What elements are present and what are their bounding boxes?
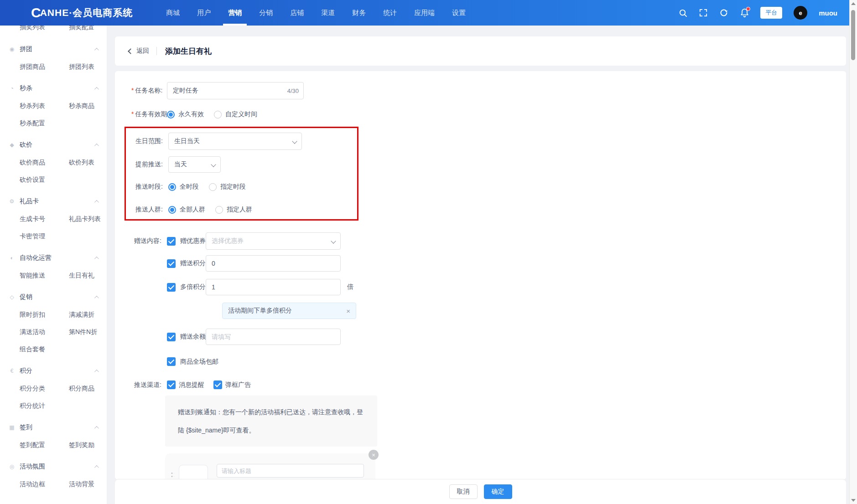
sidebar-group-flash-sale[interactable]: 秒杀 [8,84,98,93]
sidebar-item[interactable]: 卡密管理 [20,231,69,241]
balance-input[interactable] [212,333,335,340]
points-input[interactable] [212,260,335,267]
balance-checkbox-group[interactable]: 赠送余额 [167,333,206,341]
message-remind-checkbox-group[interactable]: 消息提醒 [167,381,204,389]
popup-ad-checkbox-group[interactable]: 弹框广告 [213,381,251,389]
sidebar-group-bargain[interactable]: 砍价 [8,140,98,149]
chevron-up-icon[interactable] [94,47,99,52]
sidebar-item-lottery-config[interactable]: 抽奖配置 [69,26,107,31]
back-button[interactable]: 返回 [129,47,149,55]
sidebar-item[interactable]: 限时折扣 [20,310,69,319]
sidebar-item[interactable]: 活动背景 [69,479,107,489]
sidebar-item[interactable]: 智能推送 [20,271,69,280]
avatar[interactable]: e [794,6,807,20]
sidebar-item[interactable]: 秒杀配置 [20,118,69,128]
radio-all-period[interactable]: 全时段 [168,183,199,191]
bell-icon[interactable] [740,8,749,17]
radio-selected-icon[interactable] [167,111,175,118]
radio-selected-icon[interactable] [168,206,176,214]
search-icon[interactable] [678,8,687,17]
checkbox-checked-icon[interactable] [167,259,176,268]
card-close-icon[interactable]: × [369,450,379,460]
nav-item-marketing[interactable]: 营销 [223,0,247,26]
sidebar-item[interactable]: 生成卡号 [20,214,69,223]
sidebar-group-points[interactable]: 积分 [8,366,98,375]
sidebar-item[interactable]: 秒杀列表 [20,101,69,110]
sidebar-group-groupbuy[interactable]: 拼团 [8,45,98,54]
checkbox-checked-icon[interactable] [167,237,176,246]
radio-all-crowd[interactable]: 全部人群 [168,206,205,214]
sidebar-group-gift-card[interactable]: 礼品卡 [8,197,98,206]
sidebar-item[interactable]: 组合套餐 [20,345,69,354]
sidebar-item-birthday-gift[interactable]: 生日有礼 [69,271,107,280]
sidebar-item[interactable]: 砍价列表 [69,158,107,167]
cancel-button[interactable]: 取消 [449,484,478,499]
chevron-up-icon[interactable] [94,369,99,374]
nav-item-shop[interactable]: 店铺 [285,0,309,26]
sidebar-group-promotion[interactable]: 促销 [8,293,98,302]
coupon-checkbox-group[interactable]: 赠优惠券 [167,237,206,246]
sidebar-item[interactable]: 签到配置 [20,440,69,449]
radio-selected-icon[interactable] [168,183,176,191]
multi-points-input[interactable] [212,283,335,291]
nav-item-finance[interactable]: 财务 [347,0,371,26]
app-logo[interactable]: C ANHE·会员电商系统 [31,5,133,21]
points-checkbox-group[interactable]: 赠送积分 [167,259,206,268]
multi-points-checkbox-group[interactable]: 多倍积分 [167,283,206,292]
chevron-up-icon[interactable] [94,143,99,148]
nav-item-users[interactable]: 用户 [192,0,216,26]
radio-specified-period[interactable]: 指定时段 [209,183,246,191]
sidebar-item[interactable]: 第N件N折 [69,327,107,336]
nav-item-mall[interactable]: 商城 [161,0,185,26]
sidebar-item[interactable]: 砍价商品 [20,158,69,167]
nav-item-distribution[interactable]: 分销 [254,0,278,26]
checkbox-checked-icon[interactable] [167,333,176,341]
nav-item-channel[interactable]: 渠道 [316,0,340,26]
checkbox-checked-icon[interactable] [167,381,176,389]
scroll-down-icon[interactable] [851,499,856,502]
radio-custom-time[interactable]: 自定义时间 [214,110,257,118]
free-shipping-checkbox-group[interactable]: 商品全场包邮 [167,357,218,366]
sidebar-group-automation[interactable]: 自动化运营 [8,253,98,262]
tag-close-icon[interactable]: × [346,307,350,315]
window-scrollbar[interactable] [849,0,857,504]
ad-title-input[interactable] [222,468,359,474]
sidebar-item[interactable]: 礼品卡列表 [69,214,107,223]
task-name-input[interactable] [173,87,280,94]
chevron-up-icon[interactable] [94,426,99,430]
scrollbar-thumb[interactable] [851,10,855,60]
sidebar-item[interactable]: 砍价设置 [20,175,69,184]
sidebar-item-lottery-list[interactable]: 抽奖列表 [20,26,69,31]
sidebar-item[interactable]: 秒杀商品 [69,101,107,110]
refresh-icon[interactable] [719,8,728,17]
checkbox-checked-icon[interactable] [167,283,176,292]
chevron-up-icon[interactable] [94,295,99,300]
sidebar-item[interactable]: 拼团商品 [20,62,69,71]
scroll-up-icon[interactable] [851,2,856,5]
radio-unselected-icon[interactable] [214,111,222,118]
coupon-select[interactable]: 选择优惠券 [206,232,341,250]
advance-push-select[interactable]: 当天 [168,156,221,173]
platform-badge[interactable]: 平台 [760,7,782,19]
sidebar-item[interactable]: 拼团列表 [69,62,107,71]
radio-unselected-icon[interactable] [215,206,223,214]
radio-permanent[interactable]: 永久有效 [167,110,204,118]
sidebar-group-atmosphere[interactable]: 活动氛围 [8,462,98,471]
radio-specified-crowd[interactable]: 指定人群 [215,206,252,214]
chevron-up-icon[interactable] [94,465,99,469]
confirm-button[interactable]: 确定 [484,484,512,499]
nav-item-settings[interactable]: 设置 [447,0,471,26]
username[interactable]: muou [819,9,837,17]
sidebar-item[interactable]: 活动边框 [20,479,69,489]
chevron-up-icon[interactable] [94,200,99,204]
sidebar-item[interactable]: 积分商品 [69,384,107,393]
nav-item-app-client[interactable]: 应用端 [409,0,440,26]
birthday-range-select[interactable]: 生日当天 [168,133,302,150]
sidebar-item[interactable]: 签到奖励 [69,440,107,449]
sidebar-group-checkin[interactable]: 签到 [8,423,98,432]
sidebar-item[interactable]: 积分统计 [20,401,69,410]
sidebar-item[interactable]: 积分分类 [20,384,69,393]
sidebar-item[interactable]: 满送活动 [20,327,69,336]
radio-unselected-icon[interactable] [209,183,217,191]
sidebar-item[interactable]: 满减满折 [69,310,107,319]
